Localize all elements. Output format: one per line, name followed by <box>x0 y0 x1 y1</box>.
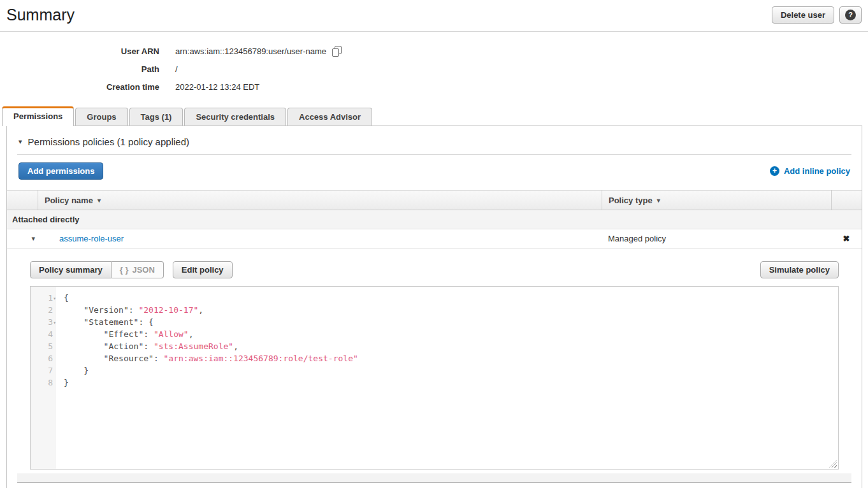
policy-remove-cell: ✖ <box>831 234 862 243</box>
permissions-policies-section-toggle[interactable]: ▾ Permissions policies (1 policy applied… <box>7 126 862 154</box>
line-number: 3▾ <box>31 316 53 328</box>
code-line: "Action": "sts:AssumeRole", <box>64 340 838 352</box>
code-line: "Effect": "Allow", <box>64 328 838 340</box>
plus-icon: + <box>770 166 779 176</box>
user-info: User ARN arn:aws:iam::123456789:user/use… <box>0 42 868 96</box>
edit-policy-button[interactable]: Edit policy <box>173 261 233 278</box>
path-label: Path <box>6 64 159 74</box>
code-line: "Resource": "arn:aws:iam::123456789:role… <box>64 352 838 364</box>
policy-name-cell: assume-role-user <box>38 234 602 243</box>
tab-security-credentials[interactable]: Security credentials <box>184 108 286 126</box>
code-line: "Version": "2012-10-17", <box>64 304 838 316</box>
user-arn-label: User ARN <box>6 47 159 56</box>
tab-access-advisor[interactable]: Access Advisor <box>287 108 372 126</box>
tab-groups[interactable]: Groups <box>75 108 127 126</box>
sort-arrow-icon: ▾ <box>657 197 660 204</box>
group-row-label: Attached directly <box>12 215 79 224</box>
user-arn-value: arn:aws:iam::123456789:user/user-name <box>175 46 341 56</box>
policy-name-header-label: Policy name <box>45 196 93 205</box>
add-inline-policy-link[interactable]: + Add inline policy <box>770 166 850 176</box>
add-permissions-button[interactable]: Add permissions <box>18 162 103 180</box>
fold-arrow-icon[interactable]: ▾ <box>53 317 56 329</box>
policy-view-buttons: Policy summary { } JSON Edit policy <box>30 261 233 278</box>
creation-time-label: Creation time <box>6 82 159 92</box>
remove-policy-icon[interactable]: ✖ <box>843 234 850 243</box>
header-actions: Delete user ? <box>772 6 862 24</box>
page-header: Summary Delete user ? <box>0 0 868 32</box>
policy-type-header-label: Policy type <box>609 196 653 205</box>
delete-user-button[interactable]: Delete user <box>772 6 834 24</box>
expand-column-header <box>7 190 38 210</box>
help-button[interactable]: ? <box>839 6 862 24</box>
line-number: 8 <box>31 377 53 389</box>
add-inline-policy-label: Add inline policy <box>784 166 850 176</box>
code-line: } <box>64 364 838 377</box>
policy-type-cell: Managed policy <box>602 234 831 243</box>
line-number: 5 <box>31 340 53 352</box>
line-number: 6 <box>31 352 53 364</box>
permissions-toolbar: Add permissions + Add inline policy <box>7 155 862 190</box>
policy-summary-button[interactable]: Policy summary <box>30 261 112 278</box>
collapse-arrow-icon: ▾ <box>18 138 22 146</box>
attached-directly-group-row: Attached directly <box>7 210 862 229</box>
table-footer-strip <box>17 473 851 483</box>
row-expand-toggle[interactable]: ▾ <box>7 234 38 243</box>
policy-name-column-header[interactable]: Policy name ▾ <box>38 190 602 210</box>
sort-arrow-icon: ▾ <box>98 197 101 204</box>
json-policy-editor[interactable]: 1▾23▾45678 { "Version": "2012-10-17", "S… <box>30 286 839 470</box>
tab-permissions[interactable]: Permissions <box>2 106 74 126</box>
creation-time-value: 2022-01-12 13:24 EDT <box>175 82 259 92</box>
permissions-tab-panel: ▾ Permissions policies (1 policy applied… <box>6 126 862 488</box>
tab-tags[interactable]: Tags (1) <box>129 108 184 126</box>
policy-view-button-group: Policy summary { } JSON <box>30 261 164 278</box>
expanded-policy-detail: Policy summary { } JSON Edit policy Simu… <box>7 248 862 473</box>
json-button-label: JSON <box>132 265 154 275</box>
code-line: { <box>64 292 838 304</box>
info-row-arn: User ARN arn:aws:iam::123456789:user/use… <box>0 42 868 60</box>
braces-icon: { } <box>120 265 129 275</box>
line-number: 1▾ <box>31 292 53 304</box>
info-row-path: Path / <box>0 60 868 78</box>
policy-detail-toolbar: Policy summary { } JSON Edit policy Simu… <box>30 261 839 278</box>
code-line: "Statement": { <box>64 316 838 328</box>
permissions-policies-title: Permissions policies (1 policy applied) <box>28 136 189 147</box>
table-row: ▾ assume-role-user Managed policy ✖ <box>7 229 862 248</box>
page-title: Summary <box>6 6 75 24</box>
fold-arrow-icon[interactable]: ▾ <box>53 292 56 305</box>
path-value: / <box>175 64 178 74</box>
json-button[interactable]: { } JSON <box>112 261 164 278</box>
simulate-policy-button[interactable]: Simulate policy <box>760 261 839 278</box>
actions-column-header <box>831 190 862 210</box>
copy-icon[interactable] <box>332 46 341 56</box>
policy-type-column-header[interactable]: Policy type ▾ <box>602 190 831 210</box>
line-number: 2 <box>31 304 53 316</box>
policy-table-header: Policy name ▾ Policy type ▾ <box>7 190 862 210</box>
user-arn-text: arn:aws:iam::123456789:user/user-name <box>175 47 326 56</box>
policy-name-link[interactable]: assume-role-user <box>59 234 124 243</box>
expand-arrow-icon: ▾ <box>31 234 35 243</box>
tab-bar: Permissions Groups Tags (1) Security cre… <box>2 106 862 126</box>
line-number: 7 <box>31 364 53 377</box>
line-number: 4 <box>31 328 53 340</box>
info-row-created: Creation time 2022-01-12 13:24 EDT <box>0 78 868 96</box>
code-lines: { "Version": "2012-10-17", "Statement": … <box>56 287 838 469</box>
code-line: } <box>64 377 838 389</box>
gutter: 1▾23▾45678 <box>31 287 56 469</box>
help-icon: ? <box>845 10 856 20</box>
